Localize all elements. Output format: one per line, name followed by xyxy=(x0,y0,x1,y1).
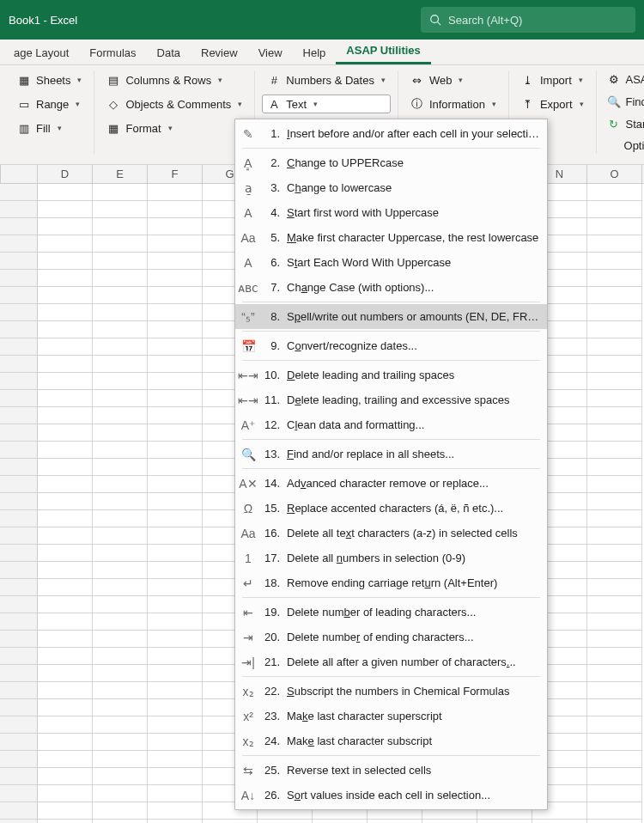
menu-item-25[interactable]: ⇆25.Reverse text in selected cells xyxy=(235,758,547,783)
cell[interactable] xyxy=(148,184,203,201)
cell[interactable] xyxy=(0,768,38,785)
cell[interactable] xyxy=(587,596,642,613)
cell[interactable] xyxy=(422,820,477,823)
cell[interactable] xyxy=(148,716,203,734)
cell[interactable] xyxy=(587,785,642,802)
cell[interactable] xyxy=(0,699,38,716)
cell[interactable] xyxy=(587,356,642,373)
cell[interactable] xyxy=(148,459,203,476)
cell[interactable] xyxy=(587,682,642,699)
cell[interactable] xyxy=(0,820,38,823)
cell[interactable] xyxy=(0,802,38,820)
cell[interactable] xyxy=(38,373,93,390)
cell[interactable] xyxy=(93,356,148,373)
menu-item-6[interactable]: A6.Start Each Word With Uppercase xyxy=(235,250,547,275)
cell[interactable] xyxy=(0,785,38,802)
cell[interactable] xyxy=(38,493,93,510)
cell[interactable] xyxy=(587,820,642,823)
menu-item-16[interactable]: Aa16.Delete all text characters (a-z) in… xyxy=(235,521,547,546)
cell[interactable] xyxy=(0,682,38,699)
cell[interactable] xyxy=(148,699,203,716)
cell[interactable] xyxy=(0,631,38,648)
cell[interactable] xyxy=(93,407,148,424)
menu-item-13[interactable]: 🔍13.Find and/or replace in all sheets... xyxy=(235,442,547,466)
search-box[interactable]: Search (Alt+Q) xyxy=(421,7,635,33)
cell[interactable] xyxy=(93,545,148,562)
cell[interactable] xyxy=(587,442,642,459)
cell[interactable] xyxy=(93,270,148,287)
cell[interactable] xyxy=(587,373,642,390)
cell[interactable] xyxy=(38,699,93,716)
cell[interactable] xyxy=(587,235,642,253)
tab-view[interactable]: View xyxy=(248,41,293,64)
cell[interactable] xyxy=(148,648,203,665)
cell[interactable] xyxy=(93,648,148,665)
cell[interactable] xyxy=(38,304,93,321)
cell[interactable] xyxy=(93,682,148,699)
menu-item-7[interactable]: ᴀʙᴄ7.Change Case (with options)... xyxy=(235,275,547,300)
cell[interactable] xyxy=(587,802,642,820)
cell[interactable] xyxy=(93,253,148,270)
cell[interactable] xyxy=(0,648,38,665)
cell[interactable] xyxy=(38,596,93,613)
cell[interactable] xyxy=(38,390,93,407)
asap-options-link[interactable]: ⚙ASAP Utilities O xyxy=(604,70,644,88)
cell[interactable] xyxy=(148,734,203,751)
cell[interactable] xyxy=(93,476,148,493)
cell[interactable] xyxy=(38,321,93,338)
information-button[interactable]: ⓘInformation▾ xyxy=(405,94,501,113)
cell[interactable] xyxy=(93,510,148,527)
cell[interactable] xyxy=(38,562,93,579)
cell[interactable] xyxy=(587,287,642,304)
cell[interactable] xyxy=(313,820,368,823)
menu-item-11[interactable]: ⇤⇥11.Delete leading, trailing and excess… xyxy=(235,387,547,412)
numbers-dates-button[interactable]: #Numbers & Dates▾ xyxy=(262,70,391,89)
cell[interactable] xyxy=(148,270,203,287)
cell[interactable] xyxy=(148,493,203,510)
cell[interactable] xyxy=(38,579,93,596)
cell[interactable] xyxy=(93,802,148,820)
cell[interactable] xyxy=(38,545,93,562)
menu-item-19[interactable]: ⇤19.Delete number of leading characters.… xyxy=(235,600,547,625)
cell[interactable] xyxy=(587,253,642,270)
cell[interactable] xyxy=(148,562,203,579)
cell[interactable] xyxy=(587,751,642,768)
cell[interactable] xyxy=(587,665,642,682)
cell[interactable] xyxy=(148,218,203,235)
cell[interactable] xyxy=(0,562,38,579)
cell[interactable] xyxy=(148,304,203,321)
cell[interactable] xyxy=(148,631,203,648)
cell[interactable] xyxy=(0,390,38,407)
cell[interactable] xyxy=(0,596,38,613)
cell[interactable] xyxy=(587,545,642,562)
cell[interactable] xyxy=(532,820,587,823)
cell[interactable] xyxy=(148,201,203,218)
cell[interactable] xyxy=(587,734,642,751)
cell[interactable] xyxy=(38,820,93,823)
cell[interactable] xyxy=(0,338,38,356)
cell[interactable] xyxy=(0,407,38,424)
import-button[interactable]: ⤓Import▾ xyxy=(516,70,589,89)
cell[interactable] xyxy=(93,338,148,356)
cell[interactable] xyxy=(587,579,642,596)
cell[interactable] xyxy=(38,270,93,287)
menu-item-12[interactable]: A⁺12.Clean data and formatting... xyxy=(235,412,547,437)
cell[interactable] xyxy=(148,802,203,820)
cell[interactable] xyxy=(93,201,148,218)
cell[interactable] xyxy=(0,459,38,476)
cell[interactable] xyxy=(587,321,642,338)
cell[interactable] xyxy=(587,184,642,201)
cell[interactable] xyxy=(93,527,148,545)
cell[interactable] xyxy=(93,785,148,802)
cell[interactable] xyxy=(148,768,203,785)
cell[interactable] xyxy=(587,493,642,510)
menu-item-15[interactable]: Ω15.Replace accented characters (á, ë, ñ… xyxy=(235,496,547,521)
cell[interactable] xyxy=(148,751,203,768)
cell[interactable] xyxy=(0,665,38,682)
cell[interactable] xyxy=(0,321,38,338)
tab-age-layout[interactable]: age Layout xyxy=(3,41,79,64)
cell[interactable] xyxy=(38,785,93,802)
cell[interactable] xyxy=(587,527,642,545)
cell[interactable] xyxy=(93,751,148,768)
cell[interactable] xyxy=(0,235,38,253)
